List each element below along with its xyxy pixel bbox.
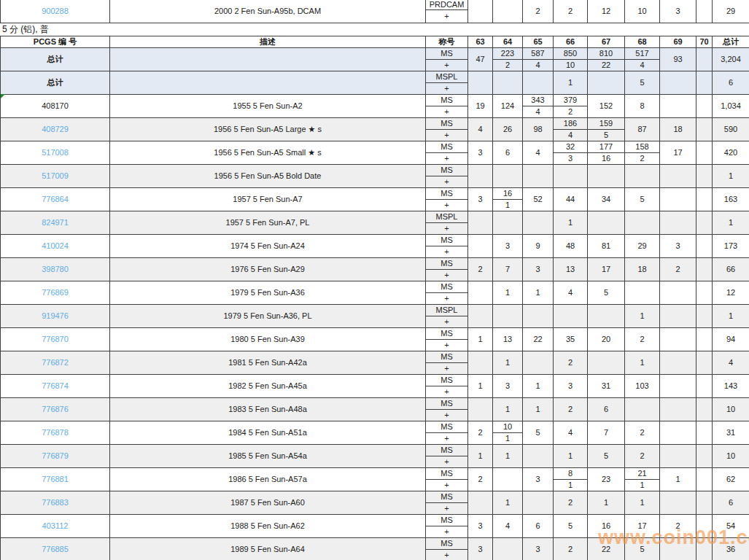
- plus-cell: +: [426, 9, 468, 23]
- grade-cell-67: 17: [588, 257, 625, 281]
- pcgs-number-link[interactable]: 776864: [1, 187, 110, 211]
- pcgs-number-link[interactable]: 900288: [1, 0, 110, 23]
- row-total-cell: 62: [713, 467, 749, 491]
- grade-cell-68: [625, 281, 660, 304]
- pcgs-number-link[interactable]: 776878: [1, 421, 110, 444]
- plus-cell: +: [426, 246, 468, 257]
- grade-cell-69: [660, 351, 696, 374]
- grade-cell-66: 3: [554, 374, 588, 397]
- row-total-cell: 1: [713, 164, 749, 187]
- grade-cell-67: 34: [588, 187, 625, 211]
- pcgs-number-link[interactable]: 776883: [1, 491, 110, 514]
- grade-cell-70: [696, 444, 713, 467]
- grade-cell-63: [468, 234, 493, 257]
- grade-cell-70: [696, 164, 713, 187]
- pcgs-number-link[interactable]: 517009: [1, 164, 110, 187]
- grade-cell-69: [660, 187, 696, 211]
- grade-cell-69: 3: [660, 0, 696, 23]
- grade-cell-68: 1: [625, 304, 660, 327]
- grade-cell-65: 3: [523, 467, 554, 491]
- grade-cell-66: 2: [554, 0, 588, 23]
- pcgs-number-link[interactable]: 776869: [1, 281, 110, 304]
- grade-cell-66: 1: [554, 71, 588, 94]
- row-total-cell: 10: [713, 444, 749, 467]
- grade-cell-64: [493, 164, 523, 187]
- grade-cell-68: 5: [625, 537, 660, 560]
- grade-cell-65: 4: [523, 141, 554, 164]
- grade-cell-64: 10: [493, 421, 523, 432]
- designation-cell: MS: [426, 164, 468, 176]
- table-row: 7768781984 5 Fen Sun-A51aMS210547231+1: [1, 421, 749, 444]
- empty-description-cell: [110, 47, 426, 71]
- pcgs-number-link[interactable]: 403112: [1, 514, 110, 537]
- grade-cell-66: 2: [554, 397, 588, 421]
- designation-cell: MS: [426, 444, 468, 456]
- coin-description: 1982 5 Fen Sun-A45a: [110, 374, 426, 397]
- plus-cell: +: [426, 176, 468, 187]
- pcgs-number-link[interactable]: 776879: [1, 444, 110, 467]
- grade-cell-65: 52: [523, 187, 554, 211]
- plus-cell: +: [426, 269, 468, 281]
- total-label: 总计: [1, 71, 110, 94]
- grade-plus-cell-66: 4: [554, 129, 588, 141]
- pcgs-number-link[interactable]: 776872: [1, 351, 110, 374]
- pcgs-number-link[interactable]: 776885: [1, 537, 110, 560]
- grade-cell-70: [696, 117, 713, 141]
- grade-cell-70: [696, 327, 713, 351]
- grade-cell-70: [696, 514, 713, 537]
- coin-description: 1976 5 Fen Sun-A29: [110, 257, 426, 281]
- grade-cell-68: 158: [625, 141, 660, 152]
- grade-cell-67: 6: [588, 397, 625, 421]
- pcgs-number-link[interactable]: 776870: [1, 327, 110, 351]
- pcgs-number-link[interactable]: 398780: [1, 257, 110, 281]
- grade-cell-64: 6: [493, 141, 523, 164]
- designation-cell: MS: [426, 281, 468, 292]
- pcgs-number-link[interactable]: 517008: [1, 141, 110, 164]
- grade-plus-cell-64: 1: [493, 432, 523, 444]
- designation-cell: MS: [426, 537, 468, 549]
- grade-cell-68: 1: [625, 351, 660, 374]
- grade-cell-64: [493, 0, 523, 23]
- table-row: 4031121988 5 Fen Sun-A62MS34651617254+: [1, 514, 749, 537]
- header-pcgs-number: PCGS 编 号: [1, 36, 110, 47]
- grade-cell-63: 1: [468, 444, 493, 467]
- grade-cell-69: 18: [660, 117, 696, 141]
- pcgs-number-link[interactable]: 410024: [1, 234, 110, 257]
- pcgs-number-link[interactable]: 776876: [1, 397, 110, 421]
- grade-cell-64: 1: [493, 281, 523, 304]
- grade-plus-cell-64: 1: [493, 199, 523, 211]
- plus-cell: +: [426, 316, 468, 327]
- grade-cell-66: 4: [554, 281, 588, 304]
- table-row: 4087291956 5 Fen Sun-A5 Large ★ sMS42698…: [1, 117, 749, 141]
- top-partial-table: 9002882000 2 Fen Sun-A95b, DCAMPRDCAM221…: [0, 0, 749, 23]
- grade-cell-70: [696, 211, 713, 234]
- grade-cell-68: 5: [625, 71, 660, 94]
- grade-cell-64: 1: [493, 491, 523, 514]
- designation-cell: MS: [426, 351, 468, 362]
- pcgs-number-link[interactable]: 776874: [1, 374, 110, 397]
- designation-cell: MS: [426, 327, 468, 339]
- designation-cell: PRDCAM: [426, 0, 468, 9]
- grade-cell-64: [493, 467, 523, 491]
- grade-cell-66: 2: [554, 351, 588, 374]
- designation-cell: MS: [426, 234, 468, 246]
- grade-cell-68: 1: [625, 491, 660, 514]
- designation-cell: MS: [426, 491, 468, 502]
- pcgs-number-link[interactable]: 919476: [1, 304, 110, 327]
- coin-description: 2000 2 Fen Sun-A95b, DCAM: [110, 0, 426, 23]
- grade-cell-68: 17: [625, 514, 660, 537]
- grade-cell-69: [660, 421, 696, 444]
- pcgs-number-link[interactable]: 776881: [1, 467, 110, 491]
- grade-plus-cell-67: 16: [588, 152, 625, 164]
- pcgs-number-link[interactable]: 408729: [1, 117, 110, 141]
- pcgs-number: 408170: [1, 94, 110, 117]
- grade-cell-66: [554, 304, 588, 327]
- grade-cell-63: 19: [468, 94, 493, 117]
- grade-plus-cell-67: 5: [588, 129, 625, 141]
- designation-cell: MS: [426, 94, 468, 106]
- coin-description: 1983 5 Fen Sun-A48a: [110, 397, 426, 421]
- grade-cell-64: 124: [493, 94, 523, 117]
- grade-cell-68: 2: [625, 444, 660, 467]
- header-designation: 称号: [426, 36, 468, 47]
- pcgs-number-link[interactable]: 824971: [1, 211, 110, 234]
